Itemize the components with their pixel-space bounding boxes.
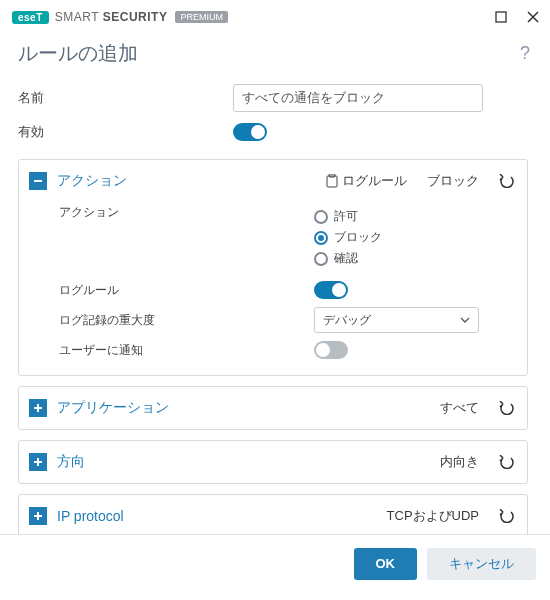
radio-confirm-row[interactable]: 確認 bbox=[314, 250, 382, 267]
brand-badge: PREMIUM bbox=[175, 11, 228, 23]
panel-direction-summary: 内向き bbox=[440, 453, 479, 471]
label-enabled: 有効 bbox=[18, 123, 233, 141]
brand-text-2: SECURITY bbox=[103, 10, 168, 24]
summary-logrule: ログルール bbox=[326, 172, 407, 190]
revert-icon[interactable] bbox=[489, 455, 515, 469]
summary-action-text: ブロック bbox=[427, 172, 479, 190]
clipboard-icon bbox=[326, 174, 338, 188]
action-radios: 許可 ブロック 確認 bbox=[314, 204, 382, 275]
panel-action-title: アクション bbox=[57, 172, 316, 190]
label-logrule: ログルール bbox=[59, 282, 314, 299]
label-severity: ログ記録の重大度 bbox=[59, 312, 314, 329]
radio-confirm-label: 確認 bbox=[334, 250, 358, 267]
logrule-toggle[interactable] bbox=[314, 281, 348, 299]
panel-application-summary: すべて bbox=[440, 399, 479, 417]
radio-block-row[interactable]: ブロック bbox=[314, 229, 382, 246]
svg-rect-9 bbox=[34, 515, 42, 517]
revert-icon[interactable] bbox=[489, 174, 515, 188]
radio-confirm[interactable] bbox=[314, 252, 328, 266]
brand: eseT SMART SECURITY PREMIUM bbox=[12, 10, 228, 24]
form: 名前 有効 bbox=[18, 81, 534, 149]
collapse-icon[interactable] bbox=[29, 172, 47, 190]
brand-text-1: SMART bbox=[55, 10, 99, 24]
brand-logo: eseT bbox=[12, 11, 49, 24]
expand-icon[interactable] bbox=[29, 399, 47, 417]
summary-logrule-text: ログルール bbox=[342, 172, 407, 190]
close-icon[interactable] bbox=[524, 8, 542, 26]
cancel-button[interactable]: キャンセル bbox=[427, 548, 536, 580]
row-severity: ログ記録の重大度 デバッグ bbox=[59, 305, 513, 335]
label-action: アクション bbox=[59, 204, 314, 221]
label-name: 名前 bbox=[18, 89, 233, 107]
ok-button[interactable]: OK bbox=[354, 548, 418, 580]
panel-protocol: IP protocol TCPおよびUDP bbox=[18, 494, 528, 534]
footer: OK キャンセル bbox=[0, 534, 550, 592]
panel-action-summary: ログルール ブロック bbox=[326, 172, 479, 190]
titlebar: eseT SMART SECURITY PREMIUM bbox=[0, 0, 550, 34]
panel-action: アクション ログルール ブロック アクション 許可 ブロック 確認 bbox=[18, 159, 528, 376]
panel-action-body: アクション 許可 ブロック 確認 ログルール ログ記録の重大度 デバッグ bbox=[19, 202, 527, 375]
row-enabled: 有効 bbox=[18, 115, 534, 149]
row-action-radio: アクション 許可 ブロック 確認 bbox=[59, 204, 513, 275]
chevron-down-icon bbox=[460, 317, 470, 323]
severity-select[interactable]: デバッグ bbox=[314, 307, 479, 333]
radio-block[interactable] bbox=[314, 231, 328, 245]
revert-icon[interactable] bbox=[489, 401, 515, 415]
row-notify: ユーザーに通知 bbox=[59, 335, 513, 365]
expand-icon[interactable] bbox=[29, 453, 47, 471]
svg-rect-0 bbox=[496, 12, 506, 22]
panel-protocol-title: IP protocol bbox=[57, 508, 377, 524]
notify-toggle[interactable] bbox=[314, 341, 348, 359]
severity-value: デバッグ bbox=[323, 312, 371, 329]
panel-protocol-header[interactable]: IP protocol TCPおよびUDP bbox=[19, 495, 527, 534]
brand-text: SMART SECURITY bbox=[55, 10, 168, 24]
header-row: ルールの追加 ? bbox=[18, 40, 534, 67]
maximize-icon[interactable] bbox=[492, 8, 510, 26]
panel-action-header[interactable]: アクション ログルール ブロック bbox=[19, 160, 527, 202]
panel-direction-header[interactable]: 方向 内向き bbox=[19, 441, 527, 483]
panel-application: アプリケーション すべて bbox=[18, 386, 528, 430]
radio-block-label: ブロック bbox=[334, 229, 382, 246]
svg-rect-1 bbox=[34, 180, 42, 182]
expand-icon[interactable] bbox=[29, 507, 47, 525]
svg-rect-5 bbox=[34, 407, 42, 409]
panel-direction: 方向 内向き bbox=[18, 440, 528, 484]
help-icon[interactable]: ? bbox=[516, 43, 534, 64]
radio-allow[interactable] bbox=[314, 210, 328, 224]
content: ルールの追加 ? 名前 有効 アクション ログルール ブロック bbox=[0, 34, 550, 534]
panel-application-title: アプリケーション bbox=[57, 399, 430, 417]
panel-protocol-summary: TCPおよびUDP bbox=[387, 507, 479, 525]
radio-allow-label: 許可 bbox=[334, 208, 358, 225]
label-notify: ユーザーに通知 bbox=[59, 342, 314, 359]
radio-allow-row[interactable]: 許可 bbox=[314, 208, 382, 225]
revert-icon[interactable] bbox=[489, 509, 515, 523]
sections-scroll[interactable]: アクション ログルール ブロック アクション 許可 ブロック 確認 bbox=[18, 159, 534, 534]
name-input[interactable] bbox=[233, 84, 483, 112]
svg-rect-2 bbox=[327, 176, 337, 187]
page-title: ルールの追加 bbox=[18, 40, 516, 67]
svg-rect-7 bbox=[34, 461, 42, 463]
window-controls bbox=[492, 8, 542, 26]
panel-direction-title: 方向 bbox=[57, 453, 430, 471]
row-name: 名前 bbox=[18, 81, 534, 115]
enabled-toggle[interactable] bbox=[233, 123, 267, 141]
panel-application-header[interactable]: アプリケーション すべて bbox=[19, 387, 527, 429]
row-logrule: ログルール bbox=[59, 275, 513, 305]
